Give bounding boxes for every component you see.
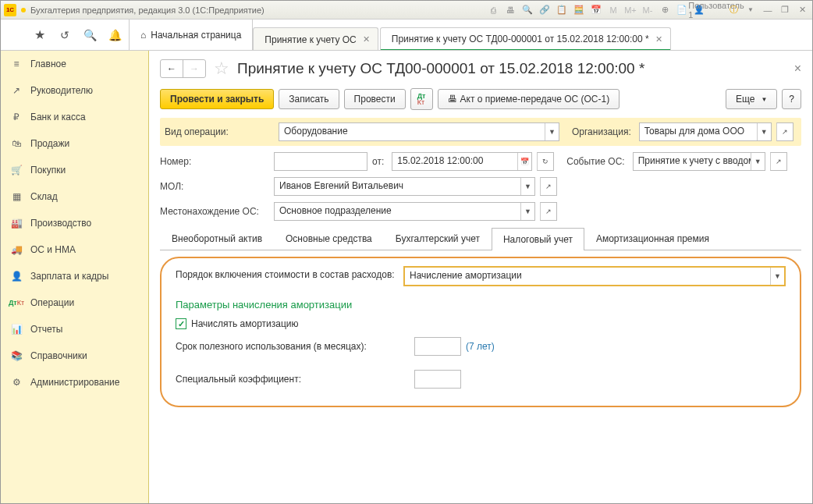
sidebar-item-salary[interactable]: 👤Зарплата и кадры xyxy=(1,263,148,289)
favorite-icon[interactable]: ★ xyxy=(32,27,48,43)
chevron-down-icon[interactable]: ▼ xyxy=(545,123,559,140)
accrue-checkbox[interactable]: ✓ xyxy=(176,318,186,329)
mol-open-button[interactable]: ↗ xyxy=(540,177,557,196)
chevron-down-icon[interactable]: ▼ xyxy=(520,178,534,195)
subtab-accounting[interactable]: Бухгалтерский учет xyxy=(384,227,492,250)
user-name[interactable]: Пользователь 1 xyxy=(709,3,723,17)
chevron-down-icon[interactable]: ▼ xyxy=(770,268,784,285)
back-button[interactable]: ← xyxy=(161,60,183,77)
coef-input[interactable] xyxy=(414,370,461,389)
doc-title: Принятие к учету ОС ТД00-000001 от 15.02… xyxy=(237,60,644,77)
sidebar-item-label: Справочники xyxy=(30,350,87,361)
accrue-checkbox-row: ✓ Начислять амортизацию xyxy=(176,318,786,329)
sidebar-item-label: Главное xyxy=(30,59,66,69)
sidebar-item-purchases[interactable]: 🛒Покупки xyxy=(1,157,148,183)
favorite-star-icon[interactable]: ☆ xyxy=(214,59,229,79)
bell-icon[interactable]: 🔔 xyxy=(107,27,122,43)
link-icon[interactable]: 🔗 xyxy=(538,3,552,17)
cost-order-label: Порядок включения стоимости в состав рас… xyxy=(176,269,395,280)
titlebar: 1C Бухгалтерия предприятия, редакция 3.0… xyxy=(1,1,812,20)
subtab-fixed-assets[interactable]: Основные средства xyxy=(274,227,384,250)
sidebar-item-admin[interactable]: ⚙Администрирование xyxy=(1,369,148,396)
print-act-button[interactable]: 🖶Акт о приеме-передаче ОС (ОС-1) xyxy=(438,89,620,109)
sidebar-item-bank[interactable]: ₽Банк и касса xyxy=(1,104,148,130)
home-tab[interactable]: ⌂ Начальная страница xyxy=(130,20,253,50)
printer-icon: 🖶 xyxy=(448,94,457,105)
tab-doc-list[interactable]: Принятие к учету ОС ✕ xyxy=(253,27,378,50)
chevron-down-icon[interactable]: ▼ xyxy=(751,153,765,170)
note-icon[interactable]: 📄 xyxy=(675,3,689,17)
dtkt-button[interactable]: ДтКт xyxy=(410,88,433,110)
loc-value: Основное подразделение xyxy=(275,203,520,220)
sidebar-item-stock[interactable]: ▦Склад xyxy=(1,183,148,210)
sidebar-item-label: Операции xyxy=(30,297,74,308)
subtab-tax[interactable]: Налоговый учет xyxy=(492,228,584,250)
factory-icon: 🏭 xyxy=(10,217,23,229)
more-button[interactable]: Еще▼ xyxy=(726,89,777,109)
list-icon: ≡ xyxy=(10,58,23,70)
subtab-bonus[interactable]: Амортизационная премия xyxy=(584,227,721,250)
dropdown-icon[interactable]: ▼ xyxy=(744,3,758,17)
sidebar-item-manager[interactable]: ↗Руководителю xyxy=(1,77,148,104)
org-select[interactable]: Товары для дома ООО ▼ xyxy=(639,122,772,141)
forward-button[interactable]: → xyxy=(183,60,205,77)
calendar-icon[interactable]: 📅 xyxy=(589,3,603,17)
restore-button[interactable]: ❐ xyxy=(778,3,792,17)
operation-select[interactable]: Оборудование ▼ xyxy=(279,122,559,141)
sidebar-item-main[interactable]: ≡Главное xyxy=(1,51,148,77)
sidebar-item-fixed-assets[interactable]: 🚚ОС и НМА xyxy=(1,236,148,263)
tab-close-icon[interactable]: ✕ xyxy=(363,34,370,44)
doc-close-button[interactable]: × xyxy=(794,62,801,76)
sidebar-item-refs[interactable]: 📚Справочники xyxy=(1,343,148,369)
tab-doc-current[interactable]: Принятие к учету ОС ТД00-000001 от 15.02… xyxy=(380,27,671,50)
search-icon[interactable]: 🔍 xyxy=(520,3,534,17)
sidebar-item-production[interactable]: 🏭Производство xyxy=(1,210,148,236)
date-refresh-button[interactable]: ↻ xyxy=(537,152,554,171)
help-button[interactable]: ? xyxy=(782,89,801,109)
event-label: Событие ОС: xyxy=(566,156,627,167)
depreciation-section-title: Параметры начисления амортизации xyxy=(176,299,786,311)
tab-close-icon[interactable]: ✕ xyxy=(655,34,662,44)
event-select[interactable]: Принятие к учету с вводом ▼ xyxy=(633,152,765,171)
sidebar: ≡Главное ↗Руководителю ₽Банк и касса 🛍Пр… xyxy=(1,51,149,503)
mol-select[interactable]: Иванов Евгений Витальевич ▼ xyxy=(274,177,535,196)
search-global-icon[interactable]: 🔍 xyxy=(82,27,98,43)
cost-order-select[interactable]: Начисление амортизации ▼ xyxy=(403,266,786,286)
zoom-icon[interactable]: ⊕ xyxy=(658,3,672,17)
org-label: Организация: xyxy=(572,126,634,137)
useful-life-input[interactable] xyxy=(414,337,461,356)
event-open-button[interactable]: ↗ xyxy=(770,152,787,171)
loc-select[interactable]: Основное подразделение ▼ xyxy=(274,202,535,221)
print-icon[interactable]: 🖶 xyxy=(503,3,517,17)
org-open-button[interactable]: ↗ xyxy=(776,122,793,141)
apps-grid-icon[interactable] xyxy=(7,27,23,43)
save-button[interactable]: Записать xyxy=(279,89,339,109)
chevron-down-icon[interactable]: ▼ xyxy=(757,123,771,140)
post-and-close-button[interactable]: Провести и закрыть xyxy=(160,89,274,109)
m-plus-icon[interactable]: M+ xyxy=(623,3,637,17)
subtab-noncurrent[interactable]: Внеоборотный актив xyxy=(160,227,274,250)
from-label: от: xyxy=(372,156,387,167)
chevron-down-icon[interactable]: ▼ xyxy=(520,203,534,220)
calendar-icon[interactable]: 📅 xyxy=(517,153,531,170)
m-clear-icon[interactable]: M xyxy=(606,3,620,17)
loc-open-button[interactable]: ↗ xyxy=(540,202,557,221)
copy-icon[interactable]: 📋 xyxy=(555,3,569,17)
sidebar-item-operations[interactable]: ДтКтОперации xyxy=(1,289,148,316)
minimize-button[interactable]: — xyxy=(761,3,775,17)
sidebar-item-reports[interactable]: 📊Отчеты xyxy=(1,316,148,343)
date-input[interactable]: 15.02.2018 12:00:00 📅 xyxy=(392,152,532,171)
calculator-icon[interactable]: 🧮 xyxy=(572,3,586,17)
bag-icon: 🛍 xyxy=(10,137,23,150)
post-button[interactable]: Провести xyxy=(344,89,406,109)
close-window-button[interactable]: ✕ xyxy=(795,3,809,17)
m-minus-icon[interactable]: M- xyxy=(641,3,655,17)
number-input[interactable] xyxy=(274,152,367,171)
print-preview-icon[interactable]: ⎙ xyxy=(486,3,500,17)
useful-life-hint[interactable]: (7 лет) xyxy=(466,341,495,352)
history-icon[interactable]: ↺ xyxy=(57,27,73,43)
cost-order-value: Начисление амортизации xyxy=(405,268,770,285)
info-icon[interactable]: ⓘ xyxy=(726,3,740,17)
sidebar-item-sales[interactable]: 🛍Продажи xyxy=(1,130,148,157)
command-bar: Провести и закрыть Записать Провести ДтК… xyxy=(160,88,801,110)
